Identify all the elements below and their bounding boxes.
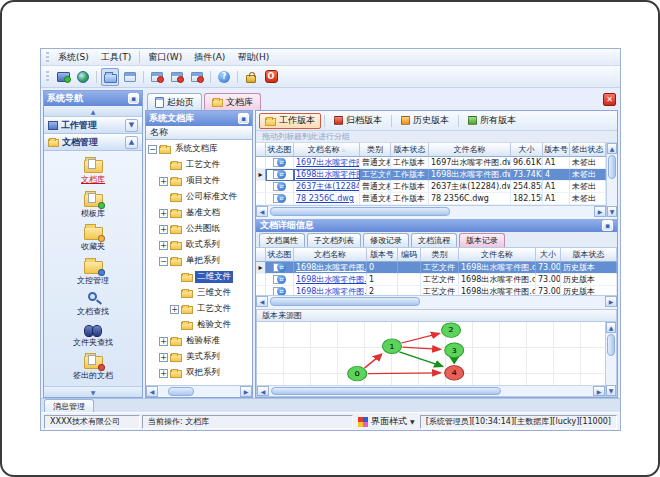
column-category[interactable]: 类别 <box>360 143 391 157</box>
table-horizontal-scrollbar[interactable]: ◀ ▶ <box>256 295 617 307</box>
column-category[interactable]: 类别 <box>421 248 459 262</box>
graph-vertical-scrollbar[interactable]: ▲ ▼ <box>605 322 616 396</box>
menu-system[interactable]: 系统(S) <box>52 50 95 65</box>
scroll-track[interactable] <box>268 296 605 307</box>
scroll-left-icon[interactable]: ◀ <box>256 206 268 217</box>
column-size[interactable]: 大小 <box>511 143 543 157</box>
tree-item[interactable]: +检验文件 <box>146 317 252 333</box>
expand-icon[interactable]: + <box>170 305 179 314</box>
table-row[interactable]: ⇄ 1698出水嘴零件图.dwg 1 工艺文件 1698出水嘴零件图.dwg 7… <box>256 274 617 286</box>
scroll-track[interactable] <box>269 386 593 396</box>
globe-icon[interactable] <box>74 68 92 86</box>
chevron-down-icon[interactable]: ▼ <box>125 119 138 132</box>
doc-name-link[interactable]: 78 2356C.dwg <box>294 193 360 205</box>
tree-item[interactable]: +基准文档 <box>146 205 252 221</box>
scroll-up-icon[interactable]: ▲ <box>607 143 617 154</box>
tab-doc-flow[interactable]: 文档流程 <box>411 233 457 247</box>
doc-name-link[interactable]: 1698出水嘴零件图.dwg <box>294 262 367 274</box>
tree-column-header[interactable]: 名称 <box>146 126 252 140</box>
pin-icon[interactable]: ▪ <box>238 113 249 124</box>
scroll-thumb[interactable] <box>607 334 615 356</box>
tree-item[interactable]: +双把系列 <box>146 365 252 381</box>
column-file-name[interactable]: 文件名称 <box>459 248 536 262</box>
tree-horizontal-scrollbar[interactable]: ◀ ▶ <box>146 385 252 397</box>
column-status[interactable]: 状态图 <box>266 143 294 157</box>
scroll-right-icon[interactable]: ▶ <box>593 386 605 396</box>
doc-name-link[interactable]: 1698出水嘴零件图.dwg <box>294 169 360 181</box>
scroll-left-icon[interactable]: ◀ <box>256 296 268 307</box>
expand-icon[interactable]: + <box>159 337 168 346</box>
scroll-thumb[interactable] <box>270 207 450 216</box>
scroll-left-icon[interactable]: ◀ <box>257 386 269 396</box>
archive-version-button[interactable]: 归档版本 <box>328 113 388 129</box>
column-doc-name[interactable]: 文档名称▵ <box>294 143 360 157</box>
tree-item[interactable]: +公司标准文件 <box>146 189 252 205</box>
scroll-thumb[interactable] <box>608 155 616 179</box>
table-horizontal-scrollbar[interactable]: ◀ ▶ <box>256 205 606 217</box>
doc-name-link[interactable]: 2637主体(12284).dwg <box>294 181 360 193</box>
expand-icon[interactable]: + <box>159 241 168 250</box>
sidebar-item-checked-out[interactable]: 签出的文档 <box>73 352 113 381</box>
tree-item[interactable]: +工艺文件 <box>146 157 252 173</box>
help-icon[interactable]: ? <box>215 68 233 86</box>
tab-version-records[interactable]: 版本记录 <box>459 233 505 247</box>
pin-icon[interactable]: ▪ <box>602 220 613 231</box>
table-vertical-scrollbar[interactable]: ▲ ▼ <box>606 143 617 217</box>
tree-item[interactable]: +三维文件 <box>146 285 252 301</box>
column-file-name[interactable]: 文件名称 <box>429 143 511 157</box>
scroll-down-icon[interactable]: ▼ <box>607 206 617 217</box>
sidebar-group-docs[interactable]: 文档管理 ▲ <box>44 134 142 151</box>
table-row[interactable]: ⇄ 2637主体(12284).dwg 普通文档 工作版本 2637主体(122… <box>256 181 606 193</box>
expand-icon[interactable]: + <box>159 209 168 218</box>
menu-window[interactable]: 窗口(W) <box>142 50 188 65</box>
sidebar-item-favorites[interactable]: 收藏夹 <box>81 223 105 252</box>
column-size[interactable]: 大小 <box>536 248 561 262</box>
menu-help[interactable]: 帮助(H) <box>231 50 275 65</box>
tree-item-selected[interactable]: +二维文件 <box>146 269 252 285</box>
collapse-icon[interactable]: − <box>148 145 157 154</box>
column-version-no[interactable]: 版本号 <box>367 248 398 262</box>
lock-icon[interactable] <box>242 68 260 86</box>
expand-icon[interactable]: + <box>159 177 168 186</box>
column-doc-name[interactable]: 文档名称 <box>294 248 367 262</box>
tree-item[interactable]: −单把系列 <box>146 253 252 269</box>
tree-item[interactable]: +项目文件 <box>146 173 252 189</box>
scroll-track[interactable] <box>607 154 617 206</box>
tree-item[interactable]: +检验标准 <box>146 333 252 349</box>
sidebar-item-folder-search[interactable]: 文件夹查找 <box>73 322 113 348</box>
table-row[interactable]: ⇄ 1698出水嘴零件图.dwg 2 工艺文件 1698出水嘴零件图.dwg 7… <box>256 286 617 295</box>
scroll-right-icon[interactable]: ▶ <box>240 386 252 397</box>
scroll-right-icon[interactable]: ▶ <box>605 296 617 307</box>
sidebar-group-work[interactable]: 工作管理 ▼ <box>44 117 142 134</box>
menu-plugins[interactable]: 插件(A) <box>188 50 231 65</box>
menu-tools[interactable]: 工具(T) <box>95 50 138 65</box>
tab-message-management[interactable]: 消息管理 <box>44 399 94 412</box>
folder-window-icon[interactable] <box>121 68 139 86</box>
table-row[interactable]: ⇄ 78 2356C.dwg 普通文档 工作版本 78 2356C.dwg 18… <box>256 193 606 205</box>
scroll-track[interactable] <box>268 206 594 217</box>
tab-modify-records[interactable]: 修改记录 <box>363 233 409 247</box>
scroll-thumb[interactable] <box>168 387 194 396</box>
doc-name-link[interactable]: 1697出水嘴零件图.dwg <box>294 157 360 169</box>
scroll-down-icon[interactable]: ▼ <box>606 385 616 396</box>
column-code[interactable]: 编码 <box>398 248 421 262</box>
tab-doc-library[interactable]: 文档库 <box>204 93 261 110</box>
open-folder-icon[interactable] <box>101 68 119 86</box>
tab-doc-properties[interactable]: 文档属性 <box>259 233 305 247</box>
scroll-thumb[interactable] <box>270 297 420 306</box>
tree-item[interactable]: +工艺文件 <box>146 301 252 317</box>
doc-name-link[interactable]: 1698出水嘴零件图.dwg <box>294 286 367 295</box>
column-version-status[interactable]: 版本状态 <box>561 248 617 262</box>
toolbar-grip[interactable] <box>46 71 49 82</box>
table-row-selected[interactable]: ▸ ⇄ 1698出水嘴零件图.dwg 工艺文件 工作版本 1698出水嘴零件图.… <box>256 169 606 181</box>
sidebar-item-doclib[interactable]: 文档库 <box>81 156 105 185</box>
column-status[interactable]: 状态图 <box>266 248 294 262</box>
expand-icon[interactable]: + <box>159 369 168 378</box>
expand-icon[interactable]: + <box>159 225 168 234</box>
table-row[interactable]: ⇄ 1697出水嘴零件图.dwg 普通文档 工作版本 1697出水嘴零件图.dw… <box>256 157 606 169</box>
doc-name-link[interactable]: 1698出水嘴零件图.dwg <box>294 274 367 286</box>
group-by-hint[interactable]: 拖动列标题到此进行分组 <box>256 131 617 143</box>
scroll-thumb[interactable] <box>271 387 501 395</box>
tab-start-page[interactable]: 起始页 <box>147 93 202 110</box>
scroll-up-icon[interactable]: ▲ <box>606 322 616 333</box>
